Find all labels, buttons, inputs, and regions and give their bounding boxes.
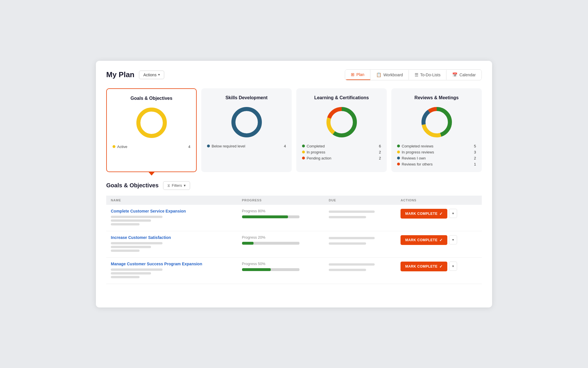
- due-cell-row3: [324, 257, 396, 284]
- legend-count: 5: [474, 144, 476, 148]
- mark-complete-label-row3: MARK COMPLETE: [405, 264, 438, 268]
- legend-label: Reviews for others: [402, 162, 433, 166]
- legend-left: Reviews for others: [397, 162, 433, 166]
- goals-section-title: Goals & Objectives: [106, 182, 158, 189]
- legend-count: 4: [188, 145, 190, 149]
- skeleton-line: [329, 269, 366, 271]
- legend-label: Active: [117, 145, 127, 149]
- header: My Plan Actions ▾ ⊞ Plan📋 Workboard☰ To-…: [106, 69, 482, 80]
- legend-item: Reviews I own 2: [397, 156, 476, 160]
- legend-item: Below required level 4: [207, 144, 286, 148]
- name-cell-row3: Manage Customer Success Program Expansio…: [106, 257, 237, 284]
- tab-plan[interactable]: ⊞ Plan: [345, 70, 370, 80]
- legend-dot: [207, 145, 210, 147]
- legend-count: 3: [474, 150, 476, 154]
- progress-cell-row3: Progress 50%: [237, 257, 324, 284]
- donut-chart: [324, 105, 359, 139]
- legend-item: Pending action 2: [302, 156, 381, 160]
- due-cell-row1: [324, 205, 396, 231]
- donut-container-goals: [113, 106, 190, 140]
- actions-cell-inner-row3: MARK COMPLETE ✓ ▾: [401, 262, 477, 271]
- due-cell-row2: [324, 231, 396, 257]
- skeleton-line: [329, 263, 375, 266]
- nav-tabs: ⊞ Plan📋 Workboard☰ To-Do-Lists📅 Calendar: [345, 69, 482, 80]
- legend-left: Completed reviews: [397, 144, 434, 148]
- donut-chart: [229, 105, 264, 139]
- goals-table: NAMEPROGRESSDUEACTIONS Complete Customer…: [106, 196, 482, 284]
- progress-cell-row2: Progress 20%: [237, 231, 324, 257]
- mark-complete-button-row3[interactable]: MARK COMPLETE ✓: [401, 262, 447, 271]
- legend-item: Completed reviews 5: [397, 144, 476, 148]
- goal-name-row1[interactable]: Complete Customer Service Expansion: [111, 209, 233, 213]
- table-row: Increase Customer Satisfaction Progress …: [106, 231, 482, 257]
- tab-workboard[interactable]: 📋 Workboard: [370, 70, 409, 80]
- expand-button-row2[interactable]: ▾: [449, 235, 457, 244]
- filters-button[interactable]: ⧖ Filters ▾: [163, 181, 190, 190]
- skeleton-line: [111, 268, 163, 271]
- card-title-skills: Skills Development: [207, 95, 286, 100]
- progress-label-row1: Progress 80%: [242, 209, 320, 213]
- mark-complete-button-row1[interactable]: MARK COMPLETE ✓: [401, 209, 447, 219]
- legend-dot: [397, 151, 400, 153]
- progress-fill-row1: [242, 215, 288, 218]
- todo-tab-label: To-Do-Lists: [420, 73, 440, 77]
- goals-header: Goals & Objectives ⧖ Filters ▾: [106, 181, 482, 190]
- legend-goals: Active 4: [113, 145, 190, 149]
- chevron-down-icon: ▾: [158, 73, 160, 77]
- mark-complete-button-row2[interactable]: MARK COMPLETE ✓: [401, 235, 447, 245]
- legend-learning: Completed 6 In progress 2 Pending action…: [302, 144, 381, 160]
- summary-card-reviews[interactable]: Reviews & Meetings Completed reviews 5 I…: [391, 88, 482, 172]
- goal-name-row2[interactable]: Increase Customer Satisfaction: [111, 235, 233, 240]
- progress-bar-row1: [242, 215, 299, 218]
- actions-button[interactable]: Actions ▾: [139, 71, 164, 79]
- th-name: NAME: [106, 196, 237, 205]
- page-title: My Plan: [106, 70, 134, 79]
- legend-left: Pending action: [302, 156, 331, 160]
- actions-cell-row2: MARK COMPLETE ✓ ▾: [396, 231, 482, 257]
- chevron-down-icon: ▾: [184, 183, 186, 188]
- todo-tab-icon: ☰: [415, 72, 418, 77]
- legend-dot: [113, 145, 115, 148]
- legend-left: Reviews I own: [397, 156, 426, 160]
- summary-card-skills[interactable]: Skills Development Below required level …: [201, 88, 292, 172]
- legend-dot: [397, 145, 400, 147]
- workboard-tab-icon: 📋: [376, 72, 382, 77]
- legend-count: 6: [379, 144, 381, 148]
- progress-bar-row2: [242, 242, 299, 245]
- legend-count: 1: [474, 162, 476, 166]
- skeleton-line: [111, 250, 140, 252]
- donut-chart: [134, 106, 169, 140]
- th-due: DUE: [324, 196, 396, 205]
- legend-count: 2: [474, 156, 476, 160]
- progress-label-row3: Progress 50%: [242, 262, 320, 266]
- table-row: Complete Customer Service Expansion Prog…: [106, 205, 482, 231]
- progress-bar-row3: [242, 268, 299, 271]
- skeleton-line: [111, 276, 140, 278]
- legend-item: Completed 6: [302, 144, 381, 148]
- card-title-reviews: Reviews & Meetings: [397, 95, 476, 100]
- legend-left: In progress reviews: [397, 150, 434, 154]
- actions-label: Actions: [143, 73, 156, 77]
- tab-calendar[interactable]: 📅 Calendar: [446, 70, 481, 80]
- expand-button-row1[interactable]: ▾: [449, 209, 457, 218]
- legend-left: Completed: [302, 144, 325, 148]
- summary-cards: Goals & Objectives Active 4 Skills Devel…: [106, 88, 482, 172]
- tab-todo[interactable]: ☰ To-Do-Lists: [409, 70, 446, 80]
- check-icon-row3: ✓: [439, 264, 443, 269]
- skeleton-line: [329, 242, 366, 245]
- legend-dot: [397, 157, 400, 159]
- goal-name-row3[interactable]: Manage Customer Success Program Expansio…: [111, 262, 233, 266]
- workboard-tab-label: Workboard: [383, 73, 403, 77]
- name-cell-row1: Complete Customer Service Expansion: [106, 205, 237, 231]
- summary-card-goals[interactable]: Goals & Objectives Active 4: [106, 88, 197, 172]
- summary-card-learning[interactable]: Learning & Certifications Completed 6 In…: [296, 88, 387, 172]
- legend-item: Reviews for others 1: [397, 162, 476, 166]
- skeleton-line: [111, 219, 151, 222]
- donut-container-learning: [302, 105, 381, 139]
- legend-left: Below required level: [207, 144, 245, 148]
- legend-item: In progress reviews 3: [397, 150, 476, 154]
- expand-button-row3[interactable]: ▾: [449, 262, 457, 271]
- progress-cell-row1: Progress 80%: [237, 205, 324, 231]
- progress-fill-row2: [242, 242, 254, 245]
- legend-dot: [302, 151, 305, 153]
